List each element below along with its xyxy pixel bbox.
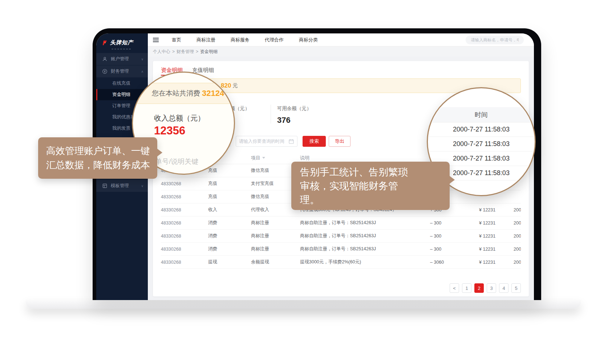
nav-item-home[interactable]: 首页 [172,37,181,43]
date-filter-input[interactable] [236,136,297,147]
trademark-search-input[interactable] [466,36,524,44]
cell-order: 48330268 [161,194,208,199]
cell-amount: – 300 [430,247,479,252]
table-row: 48330268 消费 商标注册 商标自助注册，订单号：SB2514263J –… [161,217,521,230]
callout-line: 高效管理账户订单、一键 [46,144,157,158]
pagination-page-3[interactable]: 3 [487,283,496,293]
breadcrumb: 个人中心 > 财务管理 > 资金明细 [148,46,534,57]
cell-project: 商标注册 [251,246,300,252]
finance-icon [102,69,108,74]
cell-project: 商标注册 [251,220,300,226]
pagination-page-2-active[interactable]: 2 [474,283,484,293]
callout-line: 理。 [300,193,450,207]
lens-time-row: 2000-7-27 11:58:03 [428,137,535,151]
stage: 头牌知产 账户管理 ∨ [0,0,616,364]
breadcrumb-separator: > [196,49,198,54]
table-row: 48330268 提现 余额提现 提现3000元，手续费2%(60元) – 30… [161,256,521,269]
callout-line: 告别手工统计、告别繁琐 [300,165,450,179]
cell-project: 商标注册 [251,233,300,239]
nav-item-trademark-category[interactable]: 商标分类 [299,37,318,43]
stat-divider [271,105,271,124]
cell-type: 充值 [208,181,251,187]
breadcrumb-part[interactable]: 个人中心 [153,49,170,55]
brand-logo-icon [102,40,108,45]
lens-income-label: 收入总额（元） [154,113,205,123]
cell-time: 2000-7-27 11:58:03 [514,207,521,213]
cell-time: 2000-7-27 11:58:03 [514,260,521,265]
chevron-up-icon: ∧ [141,70,143,73]
cell-balance: ¥ 12231 [479,221,514,226]
cell-time: 2000-7-27 11:58:03 [514,247,521,252]
user-icon [102,56,108,62]
export-button[interactable]: 导出 [329,136,350,147]
lens-time-header: 时间 [428,107,535,122]
calendar-icon [289,139,294,144]
cell-order: 48330268 [161,221,208,226]
sidebar-item-label: 模板管理 [111,183,129,189]
cell-amount: – 300 [430,234,479,239]
cell-desc: 商标自助注册，订单号：SB2514263J [300,233,430,239]
cell-balance: ¥ 12231 [479,207,514,213]
chevron-down-icon: ∨ [141,57,143,61]
pagination: < 1 2 3 4 5 [161,283,521,293]
lens-income-value: 12356 [154,124,185,137]
sidebar-item-account[interactable]: 账户管理 ∨ [96,53,148,65]
stat-label: 可用余额（元） [277,105,312,112]
pagination-prev[interactable]: < [450,283,459,293]
breadcrumb-separator: > [172,49,175,54]
lens-time-row: 2000-7-27 11:58:03 [428,122,535,137]
cell-type: 消费 [208,220,251,226]
brand-tagline-dots [96,48,148,53]
cell-amount: – 300 [430,221,479,226]
brand-logo: 头牌知产 [96,33,148,48]
callout-line: 审核，实现智能财务管 [300,179,450,193]
cell-desc: 提现3000元，手续费2%(60元) [300,259,430,265]
template-icon [102,183,108,189]
top-navbar: 首页 商标注册 商标服务 代理合作 商标分类 [148,33,534,46]
cell-time: 2000-7-27 11:58:03 [514,234,521,239]
breadcrumb-current: 资金明细 [200,49,218,55]
card-tabs: 资金明细 充值明细 [161,61,521,76]
chevron-down-icon: ∨ [141,184,143,188]
callout-line: 汇总数据，降低财务成本 [46,158,157,172]
header-desc: 说明 [300,155,430,161]
nav-item-trademark-service[interactable]: 商标服务 [231,37,250,43]
table-row: 48330268 消费 商标注册 商标自助注册，订单号：SB2514263J –… [161,243,521,256]
cell-project: 余额提现 [251,259,300,265]
lens-banner-magnified: 您在本站共消费 32124 元 [133,83,234,104]
nav-item-trademark-register[interactable]: 商标注册 [196,37,215,43]
callout-left: 高效管理账户订单、一键 汇总数据，降低财务成本 [38,137,157,179]
sidebar-item-template[interactable]: 模板管理 ∨ [96,180,148,192]
cell-balance: ¥ 12231 [479,260,514,265]
sidebar-subitem-online-recharge[interactable]: 在线充值 [96,78,148,89]
banner-amount: 820 [221,82,231,89]
cell-desc: 商标自助注册，订单号：SB2514263J [300,220,430,226]
hamburger-menu-icon[interactable] [153,38,159,42]
stat-balance: 可用余额（元） 376 [277,105,312,125]
cell-time: 2000-7-27 11:58:03 [514,221,521,226]
banner-unit: 元 [232,82,238,89]
sort-caret-icon [262,157,265,159]
breadcrumb-part[interactable]: 财务管理 [177,49,194,55]
cell-order: 48330268 [161,247,208,252]
pagination-page-5[interactable]: 5 [511,283,521,293]
cell-type: 消费 [208,246,251,252]
cell-order: 48330268 [161,181,208,186]
search-button[interactable]: 搜索 [303,136,326,147]
cell-balance: ¥ 12231 [479,234,514,239]
nav-item-agent-cooperation[interactable]: 代理合作 [265,37,284,43]
sidebar-item-label: 账户管理 [111,56,129,62]
header-project[interactable]: 项目 [251,155,300,161]
cell-order: 48330268 [161,234,208,239]
cell-type: 收入 [208,207,251,213]
pagination-page-1[interactable]: 1 [462,283,471,293]
lens-banner-amount: 32124 [202,89,224,98]
cell-desc: 商标自助注册，订单号：SB2514263J [300,246,430,252]
cell-order: 48330268 [161,207,208,213]
cell-order: 48330268 [161,260,208,265]
cell-type: 充值 [208,194,251,200]
sidebar-item-label: 财务管理 [111,68,129,74]
sidebar-item-finance[interactable]: 财务管理 ∧ [96,65,148,77]
cell-type: 提现 [208,259,251,265]
pagination-page-4[interactable]: 4 [499,283,508,293]
